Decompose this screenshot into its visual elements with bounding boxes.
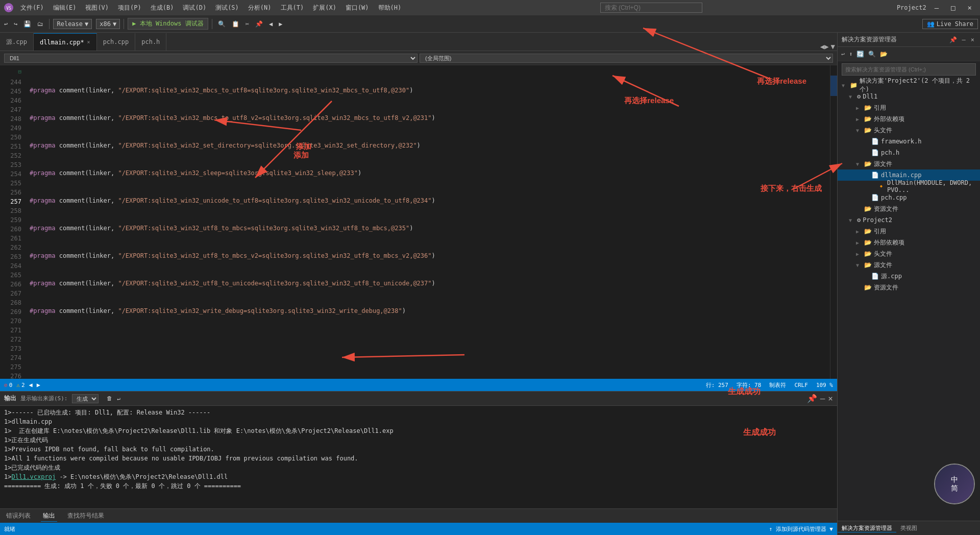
live-share-button[interactable]: 👥 Live Share [922, 19, 978, 29]
tree-item-label: 资源文件 [874, 205, 898, 213]
tree-item[interactable]: 📂资源文件 [838, 203, 980, 214]
tree-item[interactable]: 📂资源文件 [838, 282, 980, 293]
configuration-dropdown[interactable]: Release ▼ [53, 19, 92, 29]
tree-item[interactable]: ▶📂引用 [838, 102, 980, 113]
tree-item[interactable]: ▶📂引用 [838, 226, 980, 237]
toolbar-icon-6[interactable]: ▶ [277, 19, 284, 29]
tab-close-icon[interactable]: × [87, 39, 90, 45]
ln-262: 262 [4, 243, 21, 252]
tree-item[interactable]: 📄pch.h [838, 147, 980, 158]
menu-extensions[interactable]: 扩展(X) [309, 3, 340, 13]
se-tab-class-view[interactable]: 类视图 [896, 524, 921, 532]
menu-test[interactable]: 测试(S) [211, 3, 243, 13]
se-toolbar-btn-4[interactable]: 🔍 [867, 50, 877, 58]
toolbar-icon-3[interactable]: ✂ [243, 19, 251, 29]
tree-file-icon: 📄 [871, 138, 879, 145]
tree-item[interactable]: ▶📂外部依赖项 [838, 113, 980, 125]
undo-button[interactable]: ↩ [2, 19, 10, 29]
code-line-244: #pragma comment(linker, "/EXPORT:sqlite3… [30, 86, 826, 95]
se-toolbar-btn-1[interactable]: ↩ [840, 50, 846, 58]
tree-item[interactable]: 📄源.cpp [838, 271, 980, 282]
table-info: 制表符 [769, 381, 786, 389]
menu-tools[interactable]: 工具(T) [277, 3, 308, 13]
tree-file-icon: ⚙ [857, 216, 861, 224]
close-button[interactable]: × [964, 3, 976, 13]
toolbar-icon-5[interactable]: ◀ [267, 19, 275, 29]
menu-debug[interactable]: 调试(D) [179, 3, 210, 13]
menu-build[interactable]: 生成(B) [146, 3, 178, 13]
output-word-wrap-btn[interactable]: ↵ [115, 395, 123, 402]
tree-item[interactable]: 📄framework.h [838, 136, 980, 147]
tree-arrow-icon: ▼ [856, 262, 862, 268]
se-close-btn[interactable]: × [969, 36, 976, 44]
tab-find-symbol[interactable]: 查找符号结果 [65, 510, 106, 521]
tree-item[interactable]: ▼📁解决方案'Project2'(2 个项目，共 2 个) [838, 80, 980, 91]
tree-item[interactable]: 📄pch.cpp [838, 192, 980, 203]
tab-pch-h[interactable]: pch.h [135, 33, 166, 51]
menu-file[interactable]: 文件(F) [16, 3, 48, 13]
output-clear-btn[interactable]: 🗑 [105, 395, 114, 402]
se-toolbar-btn-2[interactable]: ⬆ [847, 50, 854, 58]
se-tab-solution-explorer[interactable]: 解决方案资源管理器 [838, 524, 896, 532]
add-to-vcs-button[interactable]: ↑ 添加到源代码管理器 ▼ [769, 525, 834, 533]
tab-pch-cpp[interactable]: pch.cpp [97, 33, 136, 51]
tree-item[interactable]: ▶📂头文件 [838, 248, 980, 259]
tree-item[interactable]: ▼📂头文件 [838, 125, 980, 136]
maximize-button[interactable]: □ [947, 3, 959, 13]
output-close-icon[interactable]: × [828, 394, 833, 403]
redo-button[interactable]: ↪ [12, 19, 19, 29]
ln-259: 259 [4, 215, 21, 225]
output-minimize-icon[interactable]: — [820, 394, 825, 403]
tab-output[interactable]: 输出 [41, 510, 57, 522]
tab-source-cpp[interactable]: 源.cpp [0, 33, 34, 51]
save-button[interactable]: 💾 [21, 19, 33, 29]
tree-item[interactable]: ▼📂源文件 [838, 158, 980, 169]
tab-dllmain[interactable]: dllmain.cpp* × [34, 33, 97, 51]
se-toolbar-btn-3[interactable]: 🔄 [855, 50, 866, 58]
output-content[interactable]: 1>------ 已启动生成: 项目: Dll1, 配置: Release Wi… [0, 406, 837, 508]
menu-project[interactable]: 项目(P) [114, 3, 145, 13]
toolbar-icon-4[interactable]: 📌 [253, 19, 265, 29]
output-pin-icon[interactable]: 📌 [807, 394, 817, 403]
code-line-248: #pragma comment(linker, "/EXPORT:sqlite3… [30, 196, 826, 205]
se-pin-btn[interactable]: 📌 [948, 36, 959, 44]
scroll-right-icon[interactable]: ▶ [824, 42, 828, 51]
tree-item[interactable]: ▼⚙Project2 [838, 214, 980, 226]
tree-item-label: 资源文件 [874, 283, 898, 292]
output-source-selector[interactable]: 生成 [72, 394, 99, 403]
scope-selector[interactable]: Dll1 [4, 54, 418, 63]
platform-dropdown[interactable]: x86 ▼ [96, 19, 120, 29]
se-minimize-btn[interactable]: — [961, 36, 967, 44]
ln-271: 271 [4, 326, 21, 335]
toolbar-icon-2[interactable]: 📋 [230, 19, 241, 29]
nav-back[interactable]: ◀ [29, 381, 33, 388]
tree-file-icon: ⚙ [857, 93, 861, 100]
menu-view[interactable]: 视图(V) [81, 3, 113, 13]
tab-error-list[interactable]: 错误列表 [4, 510, 33, 521]
menu-help[interactable]: 帮助(H) [374, 3, 406, 13]
se-search-box[interactable] [842, 63, 976, 76]
menu-analyze[interactable]: 分析(N) [244, 3, 276, 13]
toolbar-icon-1[interactable]: 🔍 [216, 19, 228, 29]
tree-file-icon: 📄 [871, 149, 879, 156]
symbol-selector[interactable]: (全局范围) [420, 54, 833, 63]
mini-map[interactable] [830, 65, 837, 379]
nav-forward[interactable]: ▶ [37, 381, 40, 388]
output-line-2: 1>dllmain.cpp [4, 417, 833, 426]
tree-item[interactable]: ▼📂源文件 [838, 259, 980, 271]
tree-item[interactable]: 🔸DllMain(HMODULE, DWORD, PVO... [838, 181, 980, 192]
menu-window[interactable]: 窗口(W) [341, 3, 373, 13]
save-all-button[interactable]: 🗂 [35, 19, 45, 29]
ln-261: 261 [4, 234, 21, 243]
tab-label: dllmain.cpp* [40, 39, 84, 46]
run-button[interactable]: ▶ 本地 Windows 调试器 [128, 18, 208, 30]
search-input[interactable] [600, 3, 702, 13]
menu-edit[interactable]: 编辑(E) [49, 3, 81, 13]
code-content[interactable]: #pragma comment(linker, "/EXPORT:sqlite3… [26, 65, 830, 379]
tree-item[interactable]: ▶📂外部依赖项 [838, 237, 980, 248]
se-search-input[interactable] [845, 66, 972, 72]
minimize-button[interactable]: — [930, 3, 943, 13]
expand-tabs-icon[interactable]: ▼ [831, 42, 835, 51]
scroll-left-icon[interactable]: ◀ [820, 42, 824, 51]
se-toolbar-btn-5[interactable]: 📂 [878, 50, 889, 58]
